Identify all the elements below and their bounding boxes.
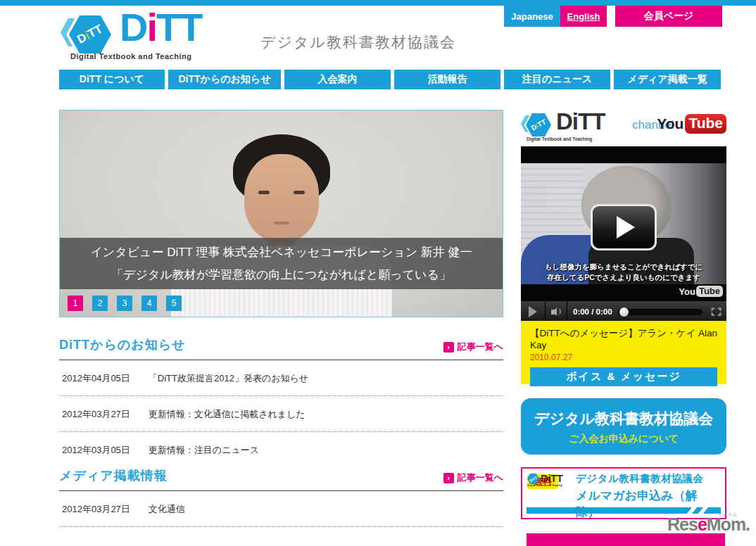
news-more-link[interactable]: › 記事一覧へ <box>443 341 503 353</box>
seek-bar[interactable] <box>618 309 703 315</box>
join-banner-subtitle: ご入会お申込みについて <box>521 433 726 445</box>
video-subtitles: もし想像力を膨らませることができればすでに 存在してるPCでさえより良いものにで… <box>521 262 726 283</box>
subtitle-line2: 存在してるPCでさえより良いものにできます <box>521 272 726 283</box>
join-banner[interactable]: デジタル教科書教材協議会 ご入会お申込みについて <box>521 398 726 455</box>
play-overlay-button[interactable] <box>591 204 657 250</box>
youtube-you: You <box>657 115 683 132</box>
news-link[interactable]: 更新情報：文化通信に掲載されました <box>149 408 305 421</box>
media-more-link[interactable]: › 記事一覧へ <box>443 471 503 484</box>
fullscreen-button[interactable]: ◤◥ ◣◢ <box>708 307 726 316</box>
youtube-tube: Tube <box>685 114 726 134</box>
subtitle-line1: もし想像力を膨らませることができればすでに <box>521 262 726 272</box>
time-display: 0:00 / 0:00 <box>567 307 618 316</box>
join-banner-title: デジタル教科書教材協議会 <box>521 409 726 428</box>
news-more-label: 記事一覧へ <box>458 341 503 353</box>
hero-pagination: 1 2 3 4 5 <box>68 296 182 311</box>
nav-featured-news[interactable]: 注目のニュース <box>504 70 610 89</box>
lang-english-button[interactable]: English <box>560 6 607 27</box>
logo-tagline: Digital Textbook and Teaching <box>70 52 191 61</box>
logo-wordmark: DiTT <box>120 4 201 50</box>
hero-slideshow[interactable]: インタビュー DiTT 理事 株式会社ベネッセコーポレーション 新井 健一 「デ… <box>59 110 503 317</box>
hero-page-3[interactable]: 3 <box>117 296 132 311</box>
play-button[interactable] <box>521 301 546 322</box>
language-switcher: Japanese English <box>504 6 607 27</box>
news-section-header: DiTTからのお知らせ › 記事一覧へ <box>59 336 503 360</box>
hero-caption-line2: 「デジタル教材が学習意欲の向上につながればと願っている」 <box>60 264 503 286</box>
news-date: 2012年03月05日 <box>62 444 130 457</box>
voice-message-button[interactable]: ボイス & メッセージ <box>530 367 717 386</box>
video-message-box: 【DiTTへのメッセージ】アラン・ケイ Alan Kay 2010.07.27 … <box>521 321 726 384</box>
hero-photo-face <box>244 154 319 241</box>
player-controls: 0:00 / 0:00 ◤◥ ◣◢ <box>521 301 726 322</box>
channel-logo-wordmark[interactable]: DiTT <box>556 108 605 135</box>
mailmag-title: デジタル教科書教材協議会 <box>576 472 720 485</box>
youtube-watermark[interactable]: You Tube <box>679 286 723 297</box>
nav-admission[interactable]: 入会案内 <box>284 70 391 89</box>
top-accent-bar <box>0 0 756 6</box>
media-section: メディア掲載情報 › 記事一覧へ 2012年03月27日 文化通信 <box>59 467 503 527</box>
news-link[interactable]: 更新情報：注目のニュース <box>149 444 259 457</box>
mailmagazine-banner[interactable]: DiTT DiTT Digital Textbook and Teaching … <box>521 467 726 519</box>
hero-page-1[interactable]: 1 <box>68 296 83 311</box>
channel-logo-tagline: Digital Textbook and Teaching <box>527 136 592 141</box>
hero-page-2[interactable]: 2 <box>92 296 108 311</box>
news-section: DiTTからのお知らせ › 記事一覧へ 2012年04月05日 「DiTT政策提… <box>59 336 503 467</box>
resemom-ruby: リセマム <box>717 512 738 518</box>
play-icon <box>617 216 635 239</box>
hero-photo-mouth <box>274 222 289 224</box>
hero-caption: インタビュー DiTT 理事 株式会社ベネッセコーポレーション 新井 健一 「デ… <box>60 238 503 289</box>
news-section-title: DiTTからのお知らせ <box>59 336 186 353</box>
play-icon <box>529 306 537 317</box>
mailmag-logo-tagline: Digital Textbook and Teaching <box>527 484 562 487</box>
member-page-button[interactable]: 会員ページ <box>615 6 722 27</box>
youtube-logo[interactable]: You Tube <box>657 114 726 134</box>
hero-page-4[interactable]: 4 <box>141 296 157 311</box>
mailmag-stripe <box>527 507 721 514</box>
hero-photo-eye-right <box>294 191 305 194</box>
resemom-watermark: リセマム ReseMom. <box>667 514 745 538</box>
news-row: 2012年03月27日 更新情報：文化通信に掲載されました <box>59 396 503 432</box>
news-date: 2012年03月27日 <box>62 408 130 421</box>
media-date: 2012年03月27日 <box>62 503 130 516</box>
player-letterbox-bottom: You Tube <box>521 284 726 301</box>
main-nav: DiTT について DiTTからのお知らせ 入会案内 活動報告 注目のニュース … <box>59 70 721 89</box>
hero-caption-line1: インタビュー DiTT 理事 株式会社ベネッセコーポレーション 新井 健一 <box>60 241 503 264</box>
hero-page-5[interactable]: 5 <box>166 296 182 311</box>
nav-activity-report[interactable]: 活動報告 <box>394 70 500 89</box>
news-link[interactable]: 「DiTT政策提言2012」発表のお知らせ <box>149 372 308 385</box>
seek-knob[interactable] <box>619 307 629 317</box>
volume-button[interactable] <box>546 301 567 322</box>
site-title: デジタル教科書教材協議会 <box>260 32 456 52</box>
player-video-area[interactable]: もし想像力を膨らませることができればすでに 存在してるPCでさえより良いものにで… <box>521 163 726 284</box>
mailmag-logo: DiTT DiTT Digital Textbook and Teaching … <box>527 472 571 489</box>
video-message-date: 2010.07.27 <box>530 353 717 362</box>
media-section-title: メディア掲載情報 <box>59 467 168 484</box>
media-row: 2012年03月27日 文化通信 <box>59 491 503 527</box>
site-logo[interactable]: DiTT DiTT Digital Textbook and Teaching … <box>59 8 481 65</box>
player-letterbox-top <box>521 146 726 163</box>
chevron-right-icon: › <box>443 342 454 353</box>
nav-media-list[interactable]: メディア掲載一覧 <box>614 70 721 89</box>
media-link[interactable]: 文化通信 <box>149 503 185 516</box>
media-more-label: 記事一覧へ <box>458 471 503 484</box>
media-section-header: メディア掲載情報 › 記事一覧へ <box>59 467 503 491</box>
news-row: 2012年03月05日 更新情報：注目のニュース <box>59 432 503 467</box>
nav-about[interactable]: DiTT について <box>59 70 165 89</box>
channel-header: DiTT DiTT Digital Textbook and Teaching … <box>521 107 726 144</box>
hero-photo-eye-left <box>258 191 270 194</box>
chevron-right-icon: › <box>443 473 454 483</box>
news-row: 2012年04月05日 「DiTT政策提言2012」発表のお知らせ <box>59 360 503 396</box>
video-message-title: 【DiTTへのメッセージ】アラン・ケイ Alan Kay <box>530 327 717 350</box>
youtube-player: もし想像力を膨らませることができればすでに 存在してるPCでさえより良いものにで… <box>521 146 726 322</box>
nav-announcements[interactable]: DiTTからのお知らせ <box>168 70 281 89</box>
news-date: 2012年04月05日 <box>62 372 130 385</box>
lang-japanese-button[interactable]: Japanese <box>504 6 560 27</box>
